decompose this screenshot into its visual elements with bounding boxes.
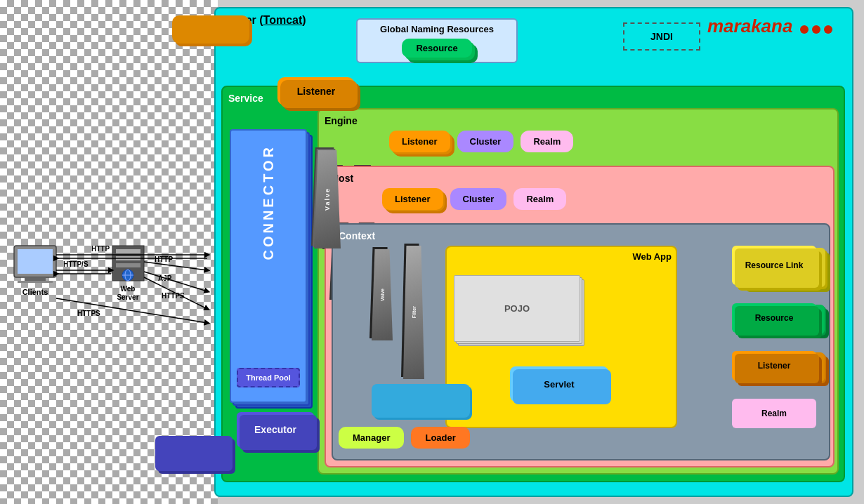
svg-text:HTTPS: HTTPS xyxy=(162,292,185,300)
svg-text:HTTP: HTTP xyxy=(91,245,110,253)
svg-text:HTTPS: HTTPS xyxy=(77,310,100,317)
engine-listener-stack: Listener xyxy=(389,131,450,152)
svg-rect-6 xyxy=(116,249,140,253)
engine-listener-button[interactable]: Listener xyxy=(389,131,450,152)
svg-rect-2 xyxy=(25,277,46,281)
webapp-container: Web App POJO xyxy=(445,246,677,428)
engine-container: Engine Listener Cluster Realm Valve xyxy=(318,108,839,475)
resource-stack: Resource xyxy=(732,303,823,333)
thread-pool-box: Thread Pool xyxy=(237,368,300,387)
context-bottom-buttons: Manager Loader xyxy=(339,427,470,449)
svg-text:Server: Server xyxy=(117,293,138,301)
marakana-dot-3 xyxy=(824,25,832,34)
filter-shape: Filter xyxy=(403,246,424,379)
global-naming-title: Global Naming Resources xyxy=(365,24,509,34)
servlet-button[interactable]: Servlet xyxy=(510,366,608,402)
engine-top-buttons: Listener Cluster Realm xyxy=(389,131,573,152)
global-resource-button[interactable]: Resource xyxy=(402,39,471,58)
pojo-label: POJO xyxy=(504,303,530,314)
engine-title: Engine xyxy=(325,115,832,126)
server-container: Server (Tomcat) Listener Global Naming R… xyxy=(214,7,853,497)
service-valve: Valve xyxy=(314,150,341,248)
context-valve: Valve xyxy=(372,249,393,340)
resource-link-button[interactable]: Resource Link xyxy=(732,246,816,285)
host-realm-button[interactable]: Realm xyxy=(513,188,566,210)
marakana-dot-2 xyxy=(812,25,820,34)
manager-button[interactable]: Manager xyxy=(339,427,404,449)
client-diagram-svg: Clients Web Server HTTP HTTP AJP HTTP/S … xyxy=(7,126,218,407)
svg-rect-8 xyxy=(116,263,140,267)
pojo-stack: POJO xyxy=(454,275,580,342)
engine-cluster-button[interactable]: Cluster xyxy=(457,131,514,152)
host-title: Host xyxy=(332,173,827,184)
context-resource-button[interactable]: Resource xyxy=(732,303,816,333)
marakana-logo: marakana xyxy=(707,15,832,37)
svg-text:Web: Web xyxy=(121,285,136,293)
svg-rect-3 xyxy=(18,281,53,283)
host-listener-button[interactable]: Listener xyxy=(382,188,443,210)
connector-text: CONNECTOR xyxy=(261,145,277,260)
engine-realm-button[interactable]: Realm xyxy=(521,131,573,152)
webapp-title: Web App xyxy=(451,251,672,262)
loader-button[interactable]: Loader xyxy=(411,427,469,449)
server-listener-button[interactable]: Listener xyxy=(277,77,355,105)
client-side-area: Clients Web Server HTTP HTTP AJP HTTP/S … xyxy=(7,126,218,407)
context-right-buttons: Resource Link Resource xyxy=(732,246,823,428)
context-container: Context Valve Filter xyxy=(332,223,830,460)
executor-button[interactable]: Executor xyxy=(237,412,314,447)
svg-text:AJP: AJP xyxy=(158,274,172,282)
jndi-box: JNDI xyxy=(623,22,700,51)
marakana-dot-1 xyxy=(800,25,809,34)
service-valve-text: Valve xyxy=(324,187,331,211)
context-title: Context xyxy=(339,230,823,241)
svg-rect-1 xyxy=(18,249,53,274)
connector-main: CONNECTOR Thread Pool xyxy=(230,129,307,403)
context-valve-text: Valve xyxy=(380,289,385,301)
service-container: Service CONNECTOR Thread Pool Executor V… xyxy=(221,86,845,482)
context-listener-stack: Listener xyxy=(732,351,823,380)
global-naming-resources: Global Naming Resources Resource xyxy=(356,18,518,63)
svg-line-16 xyxy=(144,262,207,270)
svg-text:Clients: Clients xyxy=(22,288,48,296)
host-listener-stack: Listener xyxy=(382,188,443,210)
host-top-buttons: Listener Cluster Realm xyxy=(382,188,566,210)
connector-stack: CONNECTOR Thread Pool xyxy=(230,129,307,403)
resource-link-stack: Resource Link xyxy=(732,246,823,285)
svg-text:HTTP/S: HTTP/S xyxy=(63,260,89,268)
host-container: Host Listener Cluster Realm xyxy=(325,166,834,467)
context-realm-button[interactable]: Realm xyxy=(732,399,816,428)
host-cluster-button[interactable]: Cluster xyxy=(450,188,507,210)
context-listener-button[interactable]: Listener xyxy=(732,351,816,380)
tomcat-label: Tomcat xyxy=(263,14,303,26)
svg-text:HTTP: HTTP xyxy=(155,256,173,263)
filter-text: Filter xyxy=(412,306,417,318)
